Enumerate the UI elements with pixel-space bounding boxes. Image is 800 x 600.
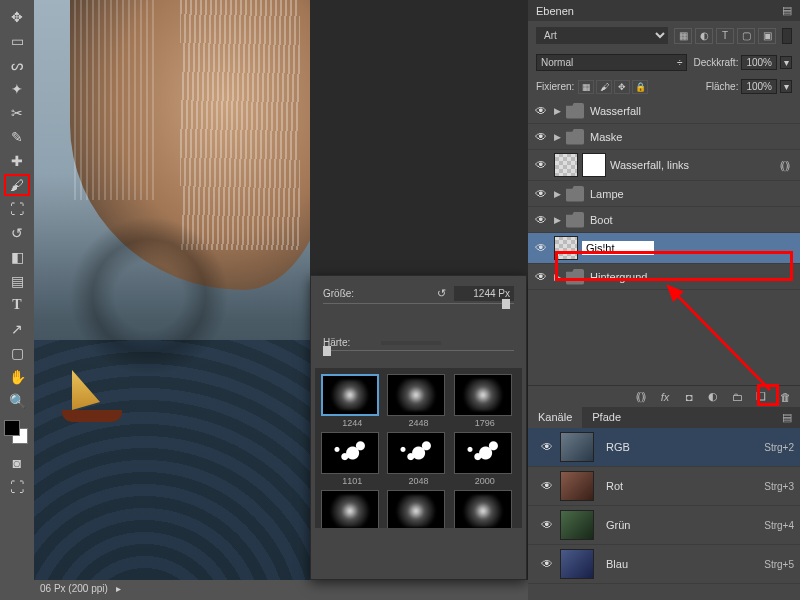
layer-row[interactable]: 👁Wasserfall, links⸨⸩ xyxy=(528,150,800,181)
visibility-toggle-icon[interactable]: 👁 xyxy=(528,104,554,118)
disclosure-icon[interactable]: ▶ xyxy=(554,272,566,282)
shape-tool-icon[interactable]: ▢ xyxy=(4,342,30,364)
layer-fx-icon[interactable]: fx xyxy=(656,389,674,405)
channel-row[interactable]: 👁RGBStrg+2 xyxy=(528,428,800,467)
brush-preset[interactable]: 1796 xyxy=(454,374,516,428)
folder-icon xyxy=(566,186,584,202)
disclosure-icon[interactable]: ▶ xyxy=(554,189,566,199)
crop-tool-icon[interactable]: ✂ xyxy=(4,102,30,124)
document-canvas[interactable] xyxy=(34,0,310,580)
disclosure-icon[interactable]: ▶ xyxy=(554,132,566,142)
brush-preset[interactable]: 1101 xyxy=(321,432,383,486)
layer-group-row[interactable]: 👁▶Hintergrund xyxy=(528,264,800,290)
history-brush-icon[interactable]: ↺ xyxy=(4,222,30,244)
channel-row[interactable]: 👁GrünStrg+4 xyxy=(528,506,800,545)
opacity-stepper-icon[interactable]: ▾ xyxy=(780,56,792,69)
fill-stepper-icon[interactable]: ▾ xyxy=(780,80,792,93)
layer-name-input[interactable] xyxy=(582,241,654,255)
opacity-value[interactable]: 100% xyxy=(741,55,777,70)
stamp-tool-icon[interactable]: ⛶ xyxy=(4,198,30,220)
channel-thumbnail xyxy=(560,432,594,462)
visibility-toggle-icon[interactable]: 👁 xyxy=(534,557,560,571)
visibility-toggle-icon[interactable]: 👁 xyxy=(528,213,554,227)
gradient-tool-icon[interactable]: ▤ xyxy=(4,270,30,292)
brush-preset[interactable]: 2448 xyxy=(387,374,449,428)
layer-mask-icon[interactable]: ◘ xyxy=(680,389,698,405)
disclosure-icon[interactable]: ▶ xyxy=(554,106,566,116)
heal-tool-icon[interactable]: ✚ xyxy=(4,150,30,172)
channel-row[interactable]: 👁RotStrg+3 xyxy=(528,467,800,506)
lock-transparency-icon[interactable]: ▦ xyxy=(578,80,594,94)
lock-pixels-icon[interactable]: 🖌 xyxy=(596,80,612,94)
filter-smart-icon[interactable]: ▣ xyxy=(758,28,776,44)
visibility-toggle-icon[interactable]: 👁 xyxy=(528,130,554,144)
visibility-toggle-icon[interactable]: 👁 xyxy=(534,479,560,493)
visibility-toggle-icon[interactable]: 👁 xyxy=(528,187,554,201)
zoom-tool-icon[interactable]: 🔍 xyxy=(4,390,30,412)
layer-thumbnail[interactable] xyxy=(554,153,578,177)
disclosure-icon[interactable]: ▶ xyxy=(554,215,566,225)
wand-tool-icon[interactable]: ✦ xyxy=(4,78,30,100)
move-tool-icon[interactable]: ✥ xyxy=(4,6,30,28)
filter-adjust-icon[interactable]: ◐ xyxy=(695,28,713,44)
layer-group-row[interactable]: 👁▶Wasserfall xyxy=(528,98,800,124)
hand-tool-icon[interactable]: ✋ xyxy=(4,366,30,388)
brush-preset[interactable]: 2000 xyxy=(387,490,449,528)
layer-group-row[interactable]: 👁▶Lampe xyxy=(528,181,800,207)
filter-shape-icon[interactable]: ▢ xyxy=(737,28,755,44)
new-group-icon[interactable]: 🗀 xyxy=(728,389,746,405)
visibility-toggle-icon[interactable]: 👁 xyxy=(528,270,554,284)
quickmask-icon[interactable]: ◙ xyxy=(4,452,30,474)
adjustment-layer-icon[interactable]: ◐ xyxy=(704,389,722,405)
brush-preset[interactable]: 2000 xyxy=(454,432,516,486)
fill-label: Fläche: xyxy=(706,81,739,92)
eraser-tool-icon[interactable]: ◧ xyxy=(4,246,30,268)
brush-size-slider[interactable] xyxy=(323,303,514,317)
blend-mode-dropdown[interactable]: Normal÷ xyxy=(536,54,687,71)
layer-group-row[interactable]: 👁▶Boot xyxy=(528,207,800,233)
link-layers-icon[interactable]: ⸨⸩ xyxy=(632,389,650,405)
lasso-tool-icon[interactable]: ᔕ xyxy=(4,54,30,76)
layer-name-label: Hintergrund xyxy=(590,271,647,283)
color-swatches[interactable] xyxy=(4,420,28,444)
screenmode-icon[interactable]: ⛶ xyxy=(4,476,30,498)
filter-toggle-icon[interactable] xyxy=(782,28,792,44)
paths-tab[interactable]: Pfade xyxy=(582,407,631,428)
channels-tab[interactable]: Kanäle xyxy=(528,407,582,428)
filter-type-icon[interactable]: T xyxy=(716,28,734,44)
lock-all-icon[interactable]: 🔒 xyxy=(632,80,648,94)
visibility-toggle-icon[interactable]: 👁 xyxy=(528,158,554,172)
eyedropper-tool-icon[interactable]: ✎ xyxy=(4,126,30,148)
visibility-toggle-icon[interactable]: 👁 xyxy=(528,241,554,255)
brush-hardness-value[interactable] xyxy=(381,341,441,345)
brush-preset[interactable]: 2048 xyxy=(387,432,449,486)
layer-row[interactable]: 👁 xyxy=(528,233,800,264)
visibility-toggle-icon[interactable]: 👁 xyxy=(534,440,560,454)
brush-tool-icon[interactable]: 🖌 xyxy=(4,174,30,196)
brush-hardness-slider[interactable] xyxy=(323,350,514,364)
brush-preset[interactable]: 1244 xyxy=(321,374,383,428)
filter-pixel-icon[interactable]: ▦ xyxy=(674,28,692,44)
folder-icon xyxy=(566,269,584,285)
channel-menu-icon[interactable]: ▤ xyxy=(774,407,800,428)
type-tool-icon[interactable]: T xyxy=(4,294,30,316)
reset-icon[interactable]: ↺ xyxy=(437,287,446,300)
fill-value[interactable]: 100% xyxy=(741,79,777,94)
layer-group-row[interactable]: 👁▶Maske xyxy=(528,124,800,150)
new-layer-icon[interactable]: ❏ xyxy=(752,389,770,405)
brush-preset[interactable]: 2000 xyxy=(321,490,383,528)
panel-menu-icon[interactable]: ▤ xyxy=(782,4,792,17)
mask-thumbnail[interactable] xyxy=(582,153,606,177)
brush-preset[interactable]: 2000 xyxy=(454,490,516,528)
foreground-color-swatch[interactable] xyxy=(4,420,20,436)
channel-row[interactable]: 👁BlauStrg+5 xyxy=(528,545,800,584)
layer-link-icon[interactable]: ⸨⸩ xyxy=(780,159,790,172)
delete-layer-icon[interactable]: 🗑 xyxy=(776,389,794,405)
path-tool-icon[interactable]: ↗ xyxy=(4,318,30,340)
visibility-toggle-icon[interactable]: 👁 xyxy=(534,518,560,532)
lock-position-icon[interactable]: ✥ xyxy=(614,80,630,94)
marquee-tool-icon[interactable]: ▭ xyxy=(4,30,30,52)
layers-panel-tab[interactable]: Ebenen▤ xyxy=(528,0,800,21)
layer-thumbnail[interactable] xyxy=(554,236,578,260)
layer-filter-kind[interactable]: ⌕ Art xyxy=(536,27,668,44)
